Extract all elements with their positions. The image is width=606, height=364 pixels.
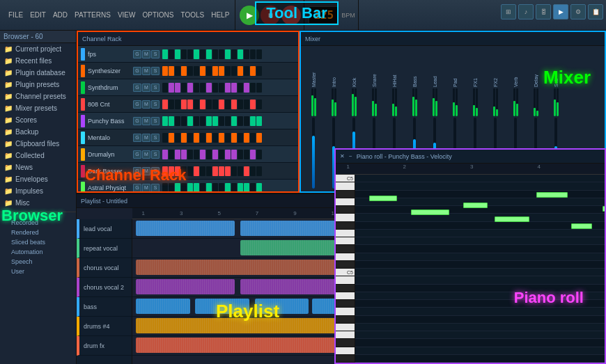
pr-key-13[interactable] (336, 276, 355, 284)
pad-4-8[interactable] (212, 116, 218, 126)
pad-3-9[interactable] (219, 100, 224, 109)
pad-2-10[interactable] (225, 83, 231, 93)
pad-0-15[interactable] (256, 49, 262, 59)
pad-1-11[interactable] (231, 66, 237, 76)
pad-0-6[interactable] (200, 49, 205, 59)
pad-0-3[interactable] (181, 49, 187, 59)
pad-6-4[interactable] (187, 150, 193, 159)
pad-8-6[interactable] (200, 183, 205, 193)
pad-1-12[interactable] (238, 66, 243, 76)
pad-1-4[interactable] (187, 66, 193, 76)
browser-sub-1[interactable]: Rendered (0, 228, 76, 237)
rack-channel-4[interactable]: Punchy BassGMS (78, 113, 298, 129)
browser-sub-3[interactable]: Automation (0, 247, 76, 257)
pad-6-9[interactable] (219, 150, 224, 159)
pr-key-22[interactable] (336, 347, 355, 355)
pad-7-6[interactable] (200, 166, 205, 176)
pad-0-14[interactable] (250, 49, 256, 59)
rack-channel-6[interactable]: DrumalynGMS (78, 146, 298, 163)
pad-1-5[interactable] (194, 66, 199, 76)
clip-3-0[interactable] (136, 279, 235, 294)
pad-4-12[interactable] (238, 116, 243, 126)
pad-2-3[interactable] (181, 83, 187, 93)
pad-3-4[interactable] (187, 100, 193, 109)
pad-1-15[interactable] (256, 66, 262, 76)
pr-key-2[interactable] (336, 191, 355, 198)
pad-8-9[interactable] (219, 183, 224, 193)
ch-btn-g-3[interactable]: G (133, 100, 141, 109)
pad-3-6[interactable] (200, 100, 205, 109)
pr-key-3[interactable] (336, 198, 355, 206)
pad-5-13[interactable] (244, 133, 249, 143)
pad-6-8[interactable] (212, 150, 218, 159)
pad-7-8[interactable] (212, 166, 218, 176)
pad-5-11[interactable] (231, 133, 237, 143)
pad-3-2[interactable] (175, 100, 180, 109)
browser-item-11[interactable]: 📁 Envelopes (0, 173, 76, 185)
browser-item-3[interactable]: 📁 Plugin presets (0, 79, 76, 90)
rack-channel-1[interactable]: SynthesizerGMS (78, 63, 298, 79)
pad-0-8[interactable] (212, 49, 218, 59)
pad-3-8[interactable] (212, 100, 218, 109)
pad-2-2[interactable] (175, 83, 180, 93)
menu-options[interactable]: OPTIONS (139, 10, 176, 20)
pad-4-7[interactable] (206, 116, 212, 126)
pr-key-11[interactable] (336, 261, 355, 269)
pr-key-9[interactable] (336, 245, 355, 253)
pr-key-14[interactable] (336, 285, 355, 292)
pad-8-8[interactable] (212, 183, 218, 193)
browser-item-5[interactable]: 📁 Mixer presets (0, 102, 76, 114)
ch-btn-g-5[interactable]: G (133, 134, 141, 142)
pad-6-12[interactable] (238, 150, 243, 159)
menu-help[interactable]: HELP (208, 10, 232, 20)
pr-key-6[interactable] (336, 222, 355, 230)
rack-channel-2[interactable]: SynthdrumGMS (78, 79, 298, 96)
pad-0-0[interactable] (162, 49, 168, 59)
toolbar-icon-6[interactable]: 📋 (588, 4, 603, 19)
pad-2-5[interactable] (194, 83, 199, 93)
pr-key-23[interactable] (336, 355, 355, 363)
pr-key-4[interactable] (336, 206, 355, 214)
toolbar-icon-4[interactable]: ▶ (553, 4, 568, 19)
pad-4-0[interactable] (162, 116, 168, 126)
pad-7-9[interactable] (219, 166, 224, 176)
ch-btn-s-4[interactable]: S (151, 117, 160, 125)
pad-0-12[interactable] (238, 49, 243, 59)
ch-btn-g-8[interactable]: G (133, 184, 141, 192)
browser-item-1[interactable]: 📁 Recent files (0, 55, 76, 67)
pad-0-4[interactable] (187, 49, 193, 59)
rack-channel-5[interactable]: MentaloGMS (78, 129, 298, 146)
pad-5-12[interactable] (238, 133, 243, 143)
pad-2-4[interactable] (187, 83, 193, 93)
pr-key-16[interactable] (336, 300, 355, 308)
pad-3-15[interactable] (256, 100, 262, 109)
browser-item-9[interactable]: 📁 Collected (0, 150, 76, 161)
pr-key-20[interactable] (336, 331, 355, 339)
pad-3-0[interactable] (162, 100, 168, 109)
pad-2-9[interactable] (219, 83, 224, 93)
pad-6-14[interactable] (250, 150, 256, 159)
rack-channel-0[interactable]: fpsGMS (78, 46, 298, 63)
browser-item-12[interactable]: 📁 Impulses (0, 185, 76, 197)
pad-1-8[interactable] (212, 66, 218, 76)
browser-item-6[interactable]: 📁 Scores (0, 114, 76, 126)
pad-1-1[interactable] (169, 66, 174, 76)
ch-btn-s-5[interactable]: S (151, 134, 160, 142)
pad-4-2[interactable] (175, 116, 180, 126)
pad-4-10[interactable] (225, 116, 231, 126)
browser-item-2[interactable]: 📁 Plugin database (0, 67, 76, 79)
pad-6-1[interactable] (169, 150, 174, 159)
pad-6-15[interactable] (256, 150, 262, 159)
pad-0-11[interactable] (231, 49, 237, 59)
pad-3-5[interactable] (194, 100, 199, 109)
ch-btn-m-2[interactable]: M (142, 84, 150, 92)
pad-5-9[interactable] (219, 133, 224, 143)
pad-3-11[interactable] (231, 100, 237, 109)
pad-7-5[interactable] (194, 166, 199, 176)
ch-btn-g-2[interactable]: G (133, 84, 141, 92)
pad-7-7[interactable] (206, 166, 212, 176)
pad-4-3[interactable] (181, 116, 187, 126)
pad-6-2[interactable] (175, 150, 180, 159)
pr-key-7[interactable] (336, 230, 355, 237)
pad-2-6[interactable] (200, 83, 205, 93)
